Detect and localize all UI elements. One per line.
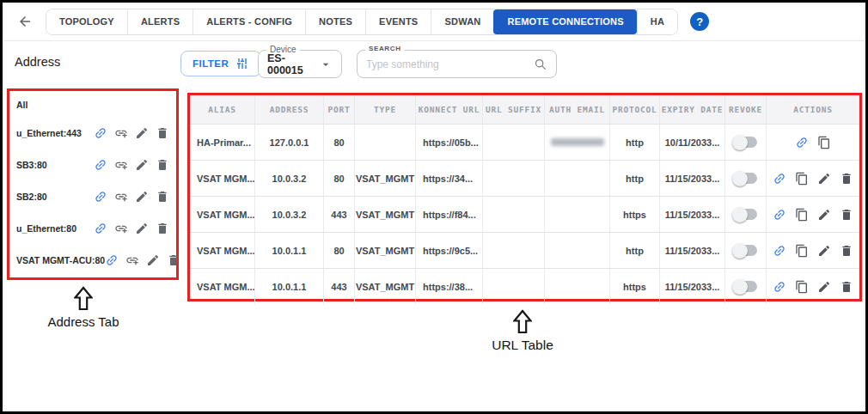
cell-port: 80 <box>324 233 355 268</box>
add-link-icon[interactable] <box>114 222 128 235</box>
edit-icon[interactable] <box>817 244 831 258</box>
link-icon[interactable] <box>94 158 107 172</box>
link-icon[interactable] <box>105 253 119 267</box>
address-panel: Allu_Ethernet:443SB3:80SB2:80u_Ethernet:… <box>7 88 179 280</box>
tab-remote-connections[interactable]: REMOTE CONNECTIONS <box>493 9 636 34</box>
add-link-icon[interactable] <box>114 190 128 204</box>
delete-icon[interactable] <box>156 190 169 204</box>
cell-konnect-url: https://9c5... <box>416 233 483 268</box>
cell-url-suffix <box>483 161 545 196</box>
delete-icon[interactable] <box>167 253 180 267</box>
tab-alerts-config[interactable]: ALERTS - CONFIG <box>193 9 305 34</box>
column-header-revoke: REVOKE <box>725 95 767 124</box>
toggle-knob <box>732 207 748 222</box>
back-icon[interactable] <box>15 11 35 32</box>
column-header-url-suffix: URL SUFFIX <box>483 95 545 124</box>
link-icon[interactable] <box>94 126 107 140</box>
address-item[interactable]: All <box>13 93 173 117</box>
column-header-port: PORT <box>324 95 355 124</box>
address-item[interactable]: SB2:80 <box>13 180 173 212</box>
page-title: Address <box>15 55 60 69</box>
url-table-annotation-label: URL Table <box>492 338 553 352</box>
edit-icon[interactable] <box>817 280 831 294</box>
filter-button-label: FILTER <box>193 58 229 69</box>
revoke-toggle[interactable] <box>734 137 757 148</box>
cell-protocol: http <box>610 233 660 268</box>
search-input[interactable] <box>366 58 534 70</box>
add-link-icon[interactable] <box>114 158 128 172</box>
copy-icon[interactable] <box>795 280 809 294</box>
tab-events[interactable]: EVENTS <box>365 9 431 34</box>
delete-icon[interactable] <box>156 222 169 235</box>
copy-icon[interactable] <box>817 136 831 149</box>
edit-icon[interactable] <box>135 126 149 140</box>
address-item-label: u_Ethernet:80 <box>16 223 94 234</box>
edit-icon[interactable] <box>135 222 149 235</box>
copy-icon[interactable] <box>795 244 809 258</box>
link-icon[interactable] <box>795 136 809 149</box>
url-table-row: VSAT MGM...10.0.1.1443VSAT_MGMThttps://3… <box>190 268 859 304</box>
cell-revoke <box>725 233 767 268</box>
cell-revoke <box>725 161 767 196</box>
help-icon[interactable]: ? <box>690 12 709 31</box>
edit-icon[interactable] <box>135 158 149 172</box>
cell-type: VSAT_MGMT <box>355 269 416 304</box>
link-icon[interactable] <box>773 172 786 186</box>
add-link-icon[interactable] <box>125 253 139 267</box>
tab-topology[interactable]: TOPOLOGY <box>46 9 127 34</box>
delete-icon[interactable] <box>840 208 853 222</box>
add-link-icon[interactable] <box>114 126 128 140</box>
cell-alias: VSAT MGM... <box>190 269 255 304</box>
link-icon[interactable] <box>94 190 107 204</box>
address-tab-annotation-label: Address Tab <box>47 314 119 329</box>
column-header-auth-email: AUTH EMAIL <box>545 95 610 124</box>
edit-icon[interactable] <box>146 253 160 267</box>
link-icon[interactable] <box>773 208 786 222</box>
cell-address: 10.0.3.2 <box>255 197 324 232</box>
link-icon[interactable] <box>773 280 786 294</box>
cell-expiry-date: 11/15/2033... <box>660 197 725 232</box>
delete-icon[interactable] <box>840 244 853 258</box>
tab-alerts[interactable]: ALERTS <box>127 9 193 34</box>
cell-url-suffix <box>483 233 545 268</box>
edit-icon[interactable] <box>135 190 149 204</box>
filter-button[interactable]: FILTER <box>180 51 261 76</box>
device-select[interactable]: Device ES-000015 <box>258 50 342 78</box>
revoke-toggle[interactable] <box>734 173 757 184</box>
tab-ha[interactable]: HA <box>637 9 677 34</box>
link-icon[interactable] <box>773 244 786 258</box>
revoke-toggle[interactable] <box>734 209 757 220</box>
edit-icon[interactable] <box>817 208 831 222</box>
top-navigation-bar: TOPOLOGYALERTSALERTS - CONFIGNOTESEVENTS… <box>3 3 865 41</box>
delete-icon[interactable] <box>156 158 169 172</box>
tab-notes[interactable]: NOTES <box>305 9 365 34</box>
delete-icon[interactable] <box>156 126 169 140</box>
address-item-actions <box>94 190 169 204</box>
copy-icon[interactable] <box>795 172 809 186</box>
cell-actions <box>767 269 859 304</box>
link-icon[interactable] <box>94 222 107 235</box>
cell-address: 127.0.0.1 <box>255 125 324 160</box>
cell-expiry-date: 11/15/2033... <box>660 233 725 268</box>
delete-icon[interactable] <box>840 280 853 294</box>
address-item[interactable]: VSAT MGMT-ACU:80 <box>13 244 173 276</box>
main-content: Address FILTER Device ES-000015 SEARCH A… <box>3 41 865 413</box>
address-item[interactable]: u_Ethernet:443 <box>13 117 173 149</box>
column-header-konnect-url: KONNECT URL <box>416 95 483 124</box>
tune-icon <box>235 57 249 70</box>
edit-icon[interactable] <box>817 172 831 186</box>
tab-sdwan[interactable]: SDWAN <box>431 9 493 34</box>
address-item[interactable]: u_Ethernet:80 <box>13 212 173 244</box>
toggle-knob <box>732 279 748 295</box>
cell-actions <box>767 125 859 160</box>
revoke-toggle[interactable] <box>734 245 757 256</box>
copy-icon[interactable] <box>795 208 809 222</box>
cell-alias: VSAT MGM... <box>190 161 255 196</box>
address-item[interactable]: SB3:80 <box>13 149 173 180</box>
revoke-toggle[interactable] <box>734 281 757 292</box>
column-header-actions: ACTIONS <box>767 95 859 124</box>
address-item-actions <box>94 126 169 140</box>
cell-auth-email <box>545 269 610 304</box>
cell-port: 443 <box>324 197 355 232</box>
delete-icon[interactable] <box>840 172 853 186</box>
